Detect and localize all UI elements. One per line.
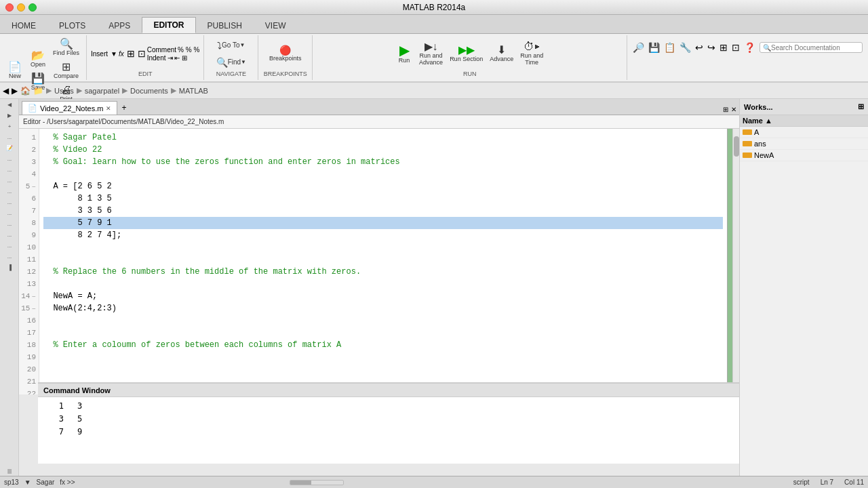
- breadcrumb-matlab[interactable]: MATLAB: [179, 87, 208, 95]
- toolbar-icon-9[interactable]: ❓: [744, 42, 755, 53]
- nav-forward[interactable]: ▶: [12, 86, 18, 96]
- breadcrumb-users[interactable]: Users: [54, 87, 74, 95]
- code-line-2[interactable]: % Video 22: [43, 144, 723, 156]
- sidebar-icon-2[interactable]: ▶: [0, 110, 19, 121]
- sidebar-icon-9[interactable]: ...: [0, 186, 19, 197]
- editor-tab-active[interactable]: 📄 Video_22_Notes.m ✕: [22, 101, 117, 115]
- run-and-time-button[interactable]: ⏱▶ Run and Time: [517, 39, 546, 68]
- editor-undock-icon[interactable]: ⊞: [723, 106, 728, 113]
- close-button[interactable]: [5, 3, 14, 12]
- editor-status-bar: [727, 129, 732, 394]
- code-line-7[interactable]: 3 3 5 6: [43, 205, 723, 217]
- sidebar-icon-11[interactable]: ...: [0, 207, 19, 218]
- add-tab-button[interactable]: +: [117, 101, 130, 115]
- search-input[interactable]: [771, 44, 859, 52]
- code-line-10[interactable]: [43, 241, 723, 253]
- sidebar-icon-7[interactable]: ...: [0, 164, 19, 175]
- code-line-11[interactable]: [43, 253, 723, 266]
- tab-home[interactable]: HOME: [0, 17, 47, 33]
- command-input[interactable]: [81, 478, 284, 487]
- fx-dropdown-icon[interactable]: ⊞: [127, 48, 135, 59]
- sidebar-icon-13[interactable]: ...: [0, 229, 19, 240]
- sidebar-icon-10[interactable]: ...: [0, 197, 19, 207]
- insert-dropdown[interactable]: ▼: [111, 50, 117, 58]
- breakpoints-button[interactable]: 🔴 Breakpoints: [267, 43, 304, 64]
- sidebar-icon-4[interactable]: ...: [0, 131, 19, 142]
- code-line-6[interactable]: 8 1 3 5: [43, 192, 723, 205]
- code-line-3[interactable]: % Goal: learn how to use the zeros funct…: [43, 156, 723, 168]
- status-prompt[interactable]: fx >>: [60, 479, 75, 486]
- code-line-5[interactable]: A = [2 6 5 2: [43, 180, 723, 192]
- sidebar-icon-3[interactable]: +: [0, 121, 19, 131]
- code-content[interactable]: % Sagar Patel % Video 22 % Goal: learn h…: [39, 129, 727, 394]
- sidebar-icon-12[interactable]: ...: [0, 218, 19, 229]
- sidebar-icon-5[interactable]: 📝: [0, 142, 19, 153]
- tab-apps[interactable]: APPS: [97, 17, 142, 33]
- toolbar-icon-6[interactable]: ↪: [707, 42, 715, 53]
- workspace-row[interactable]: NewA: [740, 150, 868, 161]
- go-to-button[interactable]: ⤵ Go To ▼: [214, 38, 248, 53]
- home-icon[interactable]: 🏠: [20, 86, 31, 96]
- code-line-16[interactable]: [43, 314, 723, 327]
- command-window-content[interactable]: 133579: [38, 397, 739, 464]
- close-tab-button[interactable]: ✕: [106, 105, 111, 112]
- nav-back[interactable]: ◀: [3, 86, 9, 96]
- code-line-9[interactable]: 8 2 7 4];: [43, 229, 723, 241]
- code-line-1[interactable]: % Sagar Patel: [43, 131, 723, 144]
- new-button[interactable]: 📄 New: [4, 60, 26, 81]
- compare-button[interactable]: ⊞ Compare: [50, 60, 82, 81]
- find-dropdown[interactable]: ▼: [241, 59, 246, 65]
- sidebar-icon-1[interactable]: ◀: [0, 99, 19, 110]
- sidebar-icon-15[interactable]: ...: [0, 251, 19, 262]
- find-button[interactable]: 🔍 Find ▼: [214, 55, 249, 70]
- toolbar-icon-1[interactable]: 🔎: [633, 42, 644, 53]
- code-line-4[interactable]: [43, 168, 723, 180]
- go-to-dropdown[interactable]: ▼: [240, 42, 245, 48]
- tab-view[interactable]: VIEW: [254, 17, 298, 33]
- breadcrumb-sagarpatel[interactable]: sagarpatel: [85, 87, 119, 95]
- workspace-row[interactable]: A: [740, 127, 868, 138]
- workspace-row[interactable]: ans: [740, 138, 868, 150]
- code-line-18[interactable]: % Enter a coloumn of zeros between each …: [43, 339, 723, 351]
- find-files-button[interactable]: 🔍 Find Files: [50, 37, 82, 58]
- run-section-button[interactable]: ▶▶ Run Section: [447, 43, 486, 64]
- code-line-15[interactable]: NewA(2:4,2:3): [43, 302, 723, 314]
- sidebar-icon-14[interactable]: ...: [0, 240, 19, 251]
- sidebar-icon-8[interactable]: ...: [0, 175, 19, 186]
- toolbar-icon-2[interactable]: 💾: [648, 42, 660, 53]
- toolbar-navigate-section: ⤵ Go To ▼ 🔍 Find ▼ NAVIGATE: [204, 35, 258, 80]
- code-line-19[interactable]: [43, 351, 723, 363]
- run-button[interactable]: ▶ Run: [393, 41, 415, 66]
- sidebar-icon-6[interactable]: ...: [0, 153, 19, 164]
- editor-scrollbar-thumb[interactable]: [734, 136, 739, 157]
- fx-btn-icon[interactable]: ⊡: [138, 48, 146, 59]
- profile-chevron[interactable]: ▼: [24, 479, 31, 486]
- minimize-button[interactable]: [17, 3, 25, 12]
- sidebar-icon-bottom[interactable]: |||: [0, 465, 19, 476]
- advance-button[interactable]: ⬇ Advance: [487, 43, 516, 64]
- maximize-button[interactable]: [28, 3, 37, 12]
- toolbar-icon-8[interactable]: ⊡: [732, 42, 740, 53]
- line-number-2: 2: [19, 144, 39, 156]
- code-line-14[interactable]: NewA = A;: [43, 290, 723, 302]
- code-line-13[interactable]: [43, 278, 723, 290]
- tab-plots[interactable]: PLOTS: [47, 17, 97, 33]
- editor-scrollbar[interactable]: [732, 129, 739, 394]
- open-button[interactable]: 📂 Open: [27, 48, 49, 70]
- sidebar-icon-16[interactable]: ▐: [0, 262, 19, 272]
- tab-editor[interactable]: EDITOR: [142, 17, 195, 33]
- code-line-17[interactable]: [43, 327, 723, 339]
- tab-publish[interactable]: PUBLISH: [196, 17, 254, 33]
- run-and-advance-button[interactable]: ▶↓ Run and Advance: [416, 39, 446, 68]
- code-line-8[interactable]: 5 7 9 1: [43, 217, 723, 229]
- code-line-12[interactable]: % Replace the 6 numbers in the middle of…: [43, 266, 723, 278]
- workspace-expand[interactable]: ⊞: [858, 102, 864, 111]
- code-line-20[interactable]: [43, 363, 723, 375]
- toolbar-icon-7[interactable]: ⊞: [719, 42, 728, 53]
- toolbar-icon-3[interactable]: 📋: [664, 42, 675, 53]
- breadcrumb-documents[interactable]: Documents: [130, 87, 168, 95]
- toolbar-icon-4[interactable]: 🔧: [679, 42, 691, 53]
- toolbar-icon-5[interactable]: ↩: [695, 42, 703, 53]
- editor-close-icon[interactable]: ✕: [731, 106, 736, 113]
- code-editor[interactable]: 12345678910111213141516171819202122 % Sa…: [19, 129, 739, 394]
